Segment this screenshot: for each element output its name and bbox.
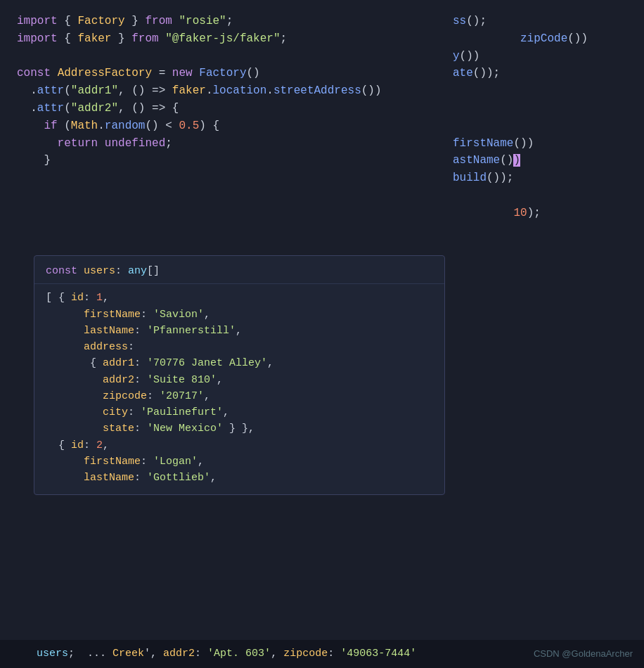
- code-editor: import { Factory } from "rosie"; import …: [0, 0, 644, 187]
- right-line-9: astName()): [447, 152, 644, 169]
- right-line-5: [447, 82, 644, 100]
- right-line-3: y()): [447, 48, 644, 65]
- tooltip-line-12: lastName: 'Gottlieb',: [46, 470, 433, 486]
- right-line-7: [447, 117, 644, 135]
- tooltip-line-5: { addr1: '70776 Janet Alley',: [46, 355, 433, 371]
- right-line-1: ss();: [447, 13, 644, 30]
- tooltip-line-6: addr2: 'Suite 810',: [46, 372, 433, 388]
- right-line-11: [447, 187, 644, 205]
- bottom-status-bar: users; ... Creek', addr2: 'Apt. 603', zi…: [0, 640, 644, 668]
- right-line-6: [447, 100, 644, 117]
- intellisense-tooltip: const users: any[] [ { id: 1, firstName:…: [34, 255, 445, 495]
- bottom-bar-text: users; ... Creek', addr2: 'Apt. 603', zi…: [11, 629, 416, 668]
- right-code-panel: ss(); zipCode()) y()) ate()); firstName(…: [447, 0, 644, 222]
- attribution-text: CSDN @GoldenaArcher: [534, 647, 633, 661]
- tooltip-line-2: firstName: 'Savion',: [46, 307, 433, 323]
- tooltip-body: [ { id: 1, firstName: 'Savion', lastName…: [34, 287, 444, 489]
- tooltip-line-11: firstName: 'Logan',: [46, 454, 433, 470]
- tooltip-line-10: { id: 2,: [46, 437, 433, 454]
- tooltip-line-7: zipcode: '20717',: [46, 388, 433, 404]
- right-line-10: build());: [447, 169, 644, 187]
- right-line-12: 10);: [447, 205, 644, 222]
- tooltip-line-3: lastName: 'Pfannerstill',: [46, 323, 433, 339]
- tooltip-header: const users: any[]: [34, 262, 444, 284]
- tooltip-line-1: [ { id: 1,: [46, 290, 433, 306]
- right-line-8: firstName()): [447, 135, 644, 153]
- tooltip-line-4: address:: [46, 339, 433, 355]
- tooltip-line-8: city: 'Paulinefurt',: [46, 404, 433, 420]
- tooltip-line-9: state: 'New Mexico' } },: [46, 420, 433, 437]
- right-line-2: zipCode()): [447, 30, 644, 48]
- right-line-4: ate());: [447, 65, 644, 82]
